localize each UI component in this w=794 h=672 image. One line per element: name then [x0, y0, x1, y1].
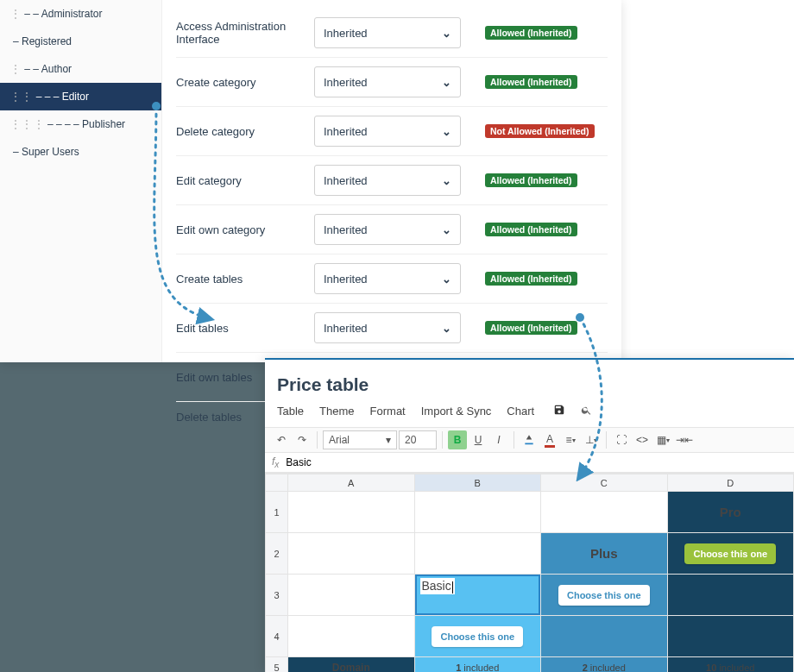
colhdr-d[interactable]: D — [667, 474, 794, 492]
perm-label: Create tables — [176, 273, 314, 286]
align-button[interactable]: ≡▾ — [561, 430, 580, 449]
cell-c3[interactable]: Choose this one — [541, 575, 668, 616]
drag-handle-icon[interactable]: ⋮ ⋮ — [10, 91, 34, 103]
sidebar-item-label: – – Author — [24, 63, 72, 75]
cell-b3-value: Basic — [422, 579, 451, 593]
colhdr-c[interactable]: C — [541, 474, 668, 492]
cell-b2[interactable] — [414, 533, 541, 575]
rowhdr-3[interactable]: 3 — [266, 575, 288, 616]
save-icon[interactable] — [553, 404, 565, 418]
cell-d5[interactable]: 10 included — [667, 657, 794, 672]
font-select[interactable]: Arial▾ — [323, 430, 397, 449]
choose-pro-button[interactable]: Choose this one — [684, 543, 776, 564]
code-icon[interactable]: <> — [633, 430, 652, 449]
perm-select[interactable]: Inherited⌄ — [314, 116, 461, 147]
bold-button[interactable]: B — [448, 430, 467, 449]
separator — [317, 431, 318, 449]
cell-b5-suffix: included — [461, 663, 499, 672]
rowhdr-2[interactable]: 2 — [266, 533, 288, 575]
choose-plus-button[interactable]: Choose this one — [558, 585, 650, 606]
menu-format[interactable]: Format — [370, 405, 406, 418]
perm-row: Delete categoryInherited⌄Not Allowed (In… — [176, 107, 608, 156]
menu-chart[interactable]: Chart — [507, 405, 534, 418]
sidebar-item-label: – Registered — [13, 35, 72, 47]
cell-d3[interactable] — [667, 575, 794, 616]
perm-select[interactable]: Inherited⌄ — [314, 66, 461, 97]
perm-label: Create category — [176, 76, 314, 89]
perm-select[interactable]: Inherited⌄ — [314, 214, 461, 245]
perm-row: Create tablesInherited⌄Allowed (Inherite… — [176, 254, 608, 304]
fullscreen-icon[interactable]: ⛶ — [612, 430, 631, 449]
sheet-grid[interactable]: A B C D 1 Pro 2 Plus — [265, 473, 794, 672]
chevron-down-icon: ⌄ — [442, 76, 451, 89]
colhdr-a[interactable]: A — [288, 474, 415, 492]
sidebar-item-author[interactable]: ⋮ – – Author — [0, 55, 161, 83]
rowhdr-5[interactable]: 5 — [266, 657, 288, 672]
colhdr-b[interactable]: B — [414, 474, 541, 492]
perm-select[interactable]: Inherited⌄ — [314, 312, 461, 343]
cell-b3[interactable]: Basic — [414, 575, 541, 616]
undo-icon[interactable]: ↶ — [272, 430, 291, 449]
cell-d1[interactable]: Pro — [667, 492, 794, 533]
menu-import[interactable]: Import & Sync — [421, 405, 492, 418]
cell-a2[interactable] — [288, 533, 415, 575]
sidebar-item-registered[interactable]: – Registered — [0, 28, 161, 55]
perm-select-value: Inherited — [324, 223, 368, 236]
rowhdr-4[interactable]: 4 — [266, 616, 288, 657]
cell-b4[interactable]: Choose this one — [414, 616, 541, 657]
perm-select-value: Inherited — [324, 76, 368, 89]
text-color-button[interactable]: A — [540, 430, 559, 449]
perm-label: Edit category — [176, 174, 314, 187]
drag-handle-icon[interactable]: ⋮ — [10, 8, 22, 20]
cell-c5[interactable]: 2 included — [541, 657, 668, 672]
perm-status-badge: Allowed (Inherited) — [485, 26, 577, 40]
choose-basic-button[interactable]: Choose this one — [432, 626, 523, 647]
perm-select[interactable]: Inherited⌄ — [314, 263, 461, 294]
cell-c1[interactable] — [541, 492, 668, 533]
perm-select[interactable]: Inherited⌄ — [314, 165, 461, 196]
cell-b1[interactable] — [414, 492, 541, 533]
svg-rect-0 — [525, 443, 532, 445]
cell-a4[interactable] — [288, 616, 415, 657]
drag-handle-icon[interactable]: ⋮ — [10, 63, 22, 75]
chevron-down-icon: ⌄ — [442, 322, 451, 335]
underline-button[interactable]: U — [469, 430, 488, 449]
sidebar-item-superusers[interactable]: – Super Users — [0, 138, 161, 166]
fill-color-button[interactable] — [520, 430, 539, 449]
cell-c4[interactable] — [541, 616, 668, 657]
cell-a1[interactable] — [288, 492, 415, 533]
valign-button[interactable]: ⊥▾ — [582, 430, 601, 449]
search-icon[interactable] — [581, 405, 592, 418]
chevron-down-icon: ⌄ — [442, 223, 451, 236]
perm-select[interactable]: Inherited⌄ — [314, 17, 461, 48]
perm-select-value: Inherited — [324, 273, 368, 286]
cell-d4[interactable] — [667, 616, 794, 657]
font-select-value: Arial — [329, 434, 350, 446]
perm-label: Edit own category — [176, 223, 314, 236]
permissions-list: Access Administration InterfaceInherited… — [162, 0, 621, 362]
formula-value[interactable]: Basic — [286, 456, 311, 468]
perm-label: Edit tables — [176, 322, 314, 335]
cell-c2[interactable]: Plus — [541, 533, 668, 575]
corner-cell[interactable] — [266, 474, 288, 492]
cell-d2[interactable]: Choose this one — [667, 533, 794, 575]
merge-icon[interactable]: ⇥⇤ — [674, 430, 695, 449]
redo-icon[interactable]: ↷ — [293, 430, 312, 449]
drag-handle-icon[interactable]: ⋮ ⋮ ⋮ — [10, 118, 45, 130]
sidebar-item-administrator[interactable]: ⋮ – – Administrator — [0, 0, 161, 28]
font-size-input[interactable]: 20 — [399, 430, 437, 449]
cell-b5[interactable]: 1 included — [414, 657, 541, 672]
italic-button[interactable]: I — [489, 430, 508, 449]
formula-bar[interactable]: fx Basic — [265, 453, 794, 473]
perm-label: Access Administration Interface — [176, 20, 314, 46]
sidebar-item-editor[interactable]: ⋮ ⋮ – – – Editor — [0, 83, 161, 110]
fx-icon: fx — [272, 455, 279, 469]
cell-a3[interactable] — [288, 575, 415, 616]
cell-a5[interactable]: Domain — [288, 657, 415, 672]
menu-theme[interactable]: Theme — [319, 405, 354, 418]
perm-select-value: Inherited — [324, 322, 368, 335]
menu-table[interactable]: Table — [277, 405, 304, 418]
grid-button[interactable]: ▦▾ — [653, 430, 672, 449]
rowhdr-1[interactable]: 1 — [266, 492, 288, 533]
sidebar-item-publisher[interactable]: ⋮ ⋮ ⋮ – – – – Publisher — [0, 110, 161, 138]
